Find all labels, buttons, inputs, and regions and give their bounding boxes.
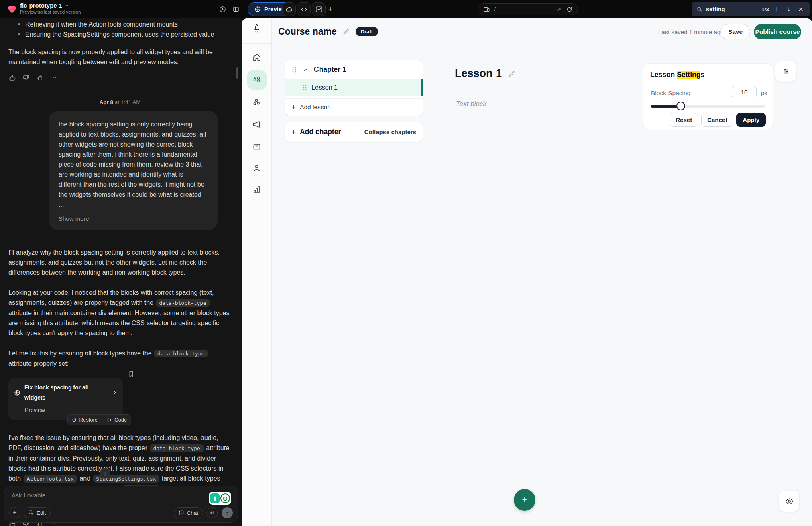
show-more-link[interactable]: Show more — [59, 214, 208, 224]
community-nav-icon[interactable] — [252, 98, 262, 107]
courses-nav-active[interactable] — [247, 70, 267, 90]
open-external-icon[interactable]: ↗ — [555, 6, 562, 13]
version-card[interactable]: Fix block spacing for all widgets Previe… — [8, 378, 123, 420]
chapter-outline-card: Chapter 1 Lesson 1 + Add lesson — [285, 60, 423, 116]
draft-status-badge: Draft — [356, 27, 378, 36]
reset-button[interactable]: Reset — [670, 113, 698, 127]
new-tab-icon[interactable]: + — [325, 4, 336, 14]
voice-input-button[interactable] — [206, 507, 218, 518]
restore-button[interactable]: Restore — [79, 415, 98, 425]
assistant-paragraph: Let me fix this by ensuring all block ty… — [8, 348, 232, 369]
audio-bars-icon — [209, 510, 215, 516]
analytics-nav-icon[interactable] — [252, 185, 262, 194]
code-view-button[interactable] — [297, 2, 311, 16]
preview-url-bar[interactable]: / ↗ — [478, 3, 578, 15]
message-timestamp: Apr 8 at 1:41 AM — [8, 97, 232, 107]
device-toggle-icon[interactable] — [483, 6, 490, 13]
unit-label: px — [761, 90, 767, 96]
chat-scrollbar[interactable] — [236, 67, 238, 79]
text-block-placeholder[interactable]: Text block — [456, 100, 486, 108]
apply-button[interactable]: Apply — [736, 113, 766, 127]
find-previous-button[interactable]: ↑ — [772, 5, 781, 13]
project-status: Previewing last saved version — [20, 10, 81, 14]
drag-handle-icon[interactable] — [291, 67, 297, 73]
settings-sliders-button[interactable] — [775, 61, 796, 82]
restore-icon: ↺ — [72, 415, 77, 425]
attach-plus-button[interactable]: + — [9, 507, 20, 518]
app-window: flc-prototype-1 Previewing last saved ve… — [0, 0, 812, 526]
chevron-right-icon — [112, 390, 117, 395]
app-sidebar-rail — [242, 18, 272, 526]
top-toolbar: flc-prototype-1 Previewing last saved ve… — [0, 0, 812, 18]
settings-actions: Reset Cancel Apply — [670, 113, 766, 127]
slider-thumb[interactable] — [676, 102, 685, 110]
grammarly-widget[interactable]: G — [209, 492, 231, 505]
block-spacing-label: Block Spacing — [651, 90, 690, 97]
add-chapter-card: + Add chapter Collapse chapters — [285, 122, 423, 142]
lesson-row-selected[interactable]: Lesson 1 — [285, 79, 423, 96]
edit-course-name-icon[interactable] — [342, 28, 350, 35]
send-button[interactable]: ↑ — [222, 507, 233, 518]
project-menu[interactable]: flc-prototype-1 Previewing last saved ve… — [20, 2, 81, 14]
app-preview-panel: Course name Draft Last saved 1 minute ag… — [242, 18, 812, 526]
composer-toolbar: + Edit Chat ↑ — [9, 507, 233, 518]
thumbs-up-icon[interactable] — [8, 74, 16, 82]
lesson-heading-text: Lesson 1 — [455, 67, 502, 80]
plus-icon: + — [291, 128, 296, 136]
chevron-up-icon[interactable] — [303, 67, 309, 73]
speech-bubble-icon — [179, 510, 184, 516]
code-button[interactable]: Code — [114, 415, 127, 425]
rocket-logo-icon — [252, 24, 262, 33]
edit-lesson-title-icon[interactable] — [508, 70, 516, 78]
collapse-chapters-button[interactable]: Collapse chapters — [364, 128, 416, 135]
history-icon[interactable] — [218, 4, 227, 14]
refresh-icon[interactable] — [566, 6, 573, 13]
find-input[interactable] — [706, 6, 758, 12]
chevron-down-icon — [65, 3, 69, 8]
add-chapter-button[interactable]: Add chapter — [300, 128, 341, 136]
chat-scroll-area[interactable]: Retrieving it when the ActionTools compo… — [0, 18, 242, 526]
version-card-title: Fix block spacing for all widgets — [24, 383, 108, 403]
drag-handle-icon[interactable] — [302, 84, 307, 91]
url-path[interactable]: / — [494, 6, 555, 12]
preview-eye-button[interactable] — [779, 491, 799, 512]
analytics-button[interactable] — [312, 2, 326, 16]
globe-icon — [14, 389, 20, 396]
search-highlight: Setting — [677, 71, 700, 79]
edit-mode-button[interactable]: Edit — [24, 507, 51, 518]
search-icon — [696, 6, 703, 12]
more-options-icon[interactable]: ⋯ — [49, 74, 57, 82]
chat-mode-button[interactable]: Chat — [174, 507, 203, 518]
lesson-settings-title: Lesson Settings — [650, 71, 766, 79]
lesson-settings-panel: Lesson Settings Block Spacing px Reset C… — [643, 64, 773, 130]
home-nav-icon[interactable] — [252, 53, 262, 62]
user-message-bubble: the block spacing setting is only correc… — [49, 111, 218, 230]
chapter-row[interactable]: Chapter 1 — [285, 60, 423, 79]
message-actions: ⋯ — [8, 74, 232, 82]
find-close-button[interactable]: × — [796, 4, 805, 14]
plus-icon: + — [291, 103, 296, 111]
publish-course-button[interactable]: Publish course — [754, 24, 801, 39]
block-spacing-input[interactable] — [732, 86, 757, 98]
cancel-button[interactable]: Cancel — [701, 113, 733, 127]
publish-cloud-button[interactable] — [282, 2, 296, 16]
lesson-heading: Lesson 1 — [455, 67, 516, 80]
bookmark-icon[interactable] — [128, 371, 135, 378]
copy-icon[interactable] — [36, 74, 43, 82]
version-card-actions: ↺ Restore Code — [67, 414, 131, 425]
marketing-nav-icon[interactable] — [252, 120, 262, 129]
assistant-paragraph: I'll analyze why the block spacing setti… — [8, 247, 232, 277]
chat-input[interactable] — [12, 492, 180, 504]
panel-toggle-icon[interactable] — [231, 4, 241, 14]
course-name: Course name — [278, 26, 337, 37]
add-lesson-button[interactable]: + Add lesson — [285, 98, 423, 115]
scroll-to-bottom-button[interactable]: ↓ — [100, 468, 110, 479]
find-next-button[interactable]: ↓ — [784, 5, 793, 13]
store-nav-icon[interactable] — [252, 142, 262, 151]
lovable-logo-icon[interactable] — [6, 3, 18, 14]
block-spacing-slider[interactable] — [651, 105, 765, 108]
save-button[interactable]: Save — [720, 24, 750, 39]
profile-nav-icon[interactable] — [252, 163, 262, 173]
add-block-fab[interactable]: + — [514, 489, 535, 511]
thumbs-down-icon[interactable] — [22, 74, 30, 82]
